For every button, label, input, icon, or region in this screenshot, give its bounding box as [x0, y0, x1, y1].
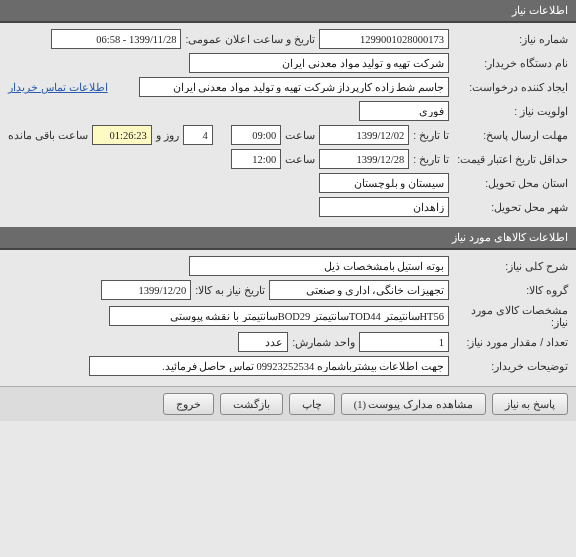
announce-field[interactable] — [51, 29, 181, 49]
province-label: استان محل تحویل: — [453, 177, 568, 189]
notes-label: توضیحات خریدار: — [453, 360, 568, 372]
priority-field[interactable] — [359, 101, 449, 121]
remain-label: ساعت باقی مانده — [8, 129, 88, 141]
deadline-label: مهلت ارسال پاسخ: — [453, 129, 568, 141]
validity-hour-field[interactable] — [231, 149, 281, 169]
province-field[interactable] — [319, 173, 449, 193]
section-header-need-info: اطلاعات نیاز — [0, 0, 576, 23]
until-label: تا تاریخ : — [413, 129, 449, 141]
validity-until-label: تا تاریخ : — [413, 153, 449, 165]
goods-info-form: شرح کلی نیاز: گروه کالا: تاریخ نیاز به ک… — [0, 250, 576, 386]
buyer-field[interactable] — [189, 53, 449, 73]
deadline-date-field[interactable] — [319, 125, 409, 145]
days-remain-field[interactable] — [183, 125, 213, 145]
button-bar: پاسخ به نیاز مشاهده مدارک پیوست (1) چاپ … — [0, 386, 576, 421]
unit-field[interactable] — [238, 332, 288, 352]
unit-label: واحد شمارش: — [292, 336, 355, 348]
announce-label: تاریخ و ساعت اعلان عمومی: — [185, 33, 315, 45]
qty-field[interactable] — [359, 332, 449, 352]
creator-label: ایجاد کننده درخواست: — [453, 81, 568, 93]
city-field[interactable] — [319, 197, 449, 217]
need-info-form: شماره نیاز: تاریخ و ساعت اعلان عمومی: نا… — [0, 23, 576, 227]
need-number-field[interactable] — [319, 29, 449, 49]
city-label: شهر محل تحویل: — [453, 201, 568, 213]
spec-field[interactable] — [109, 306, 449, 326]
buyer-label: نام دستگاه خریدار: — [453, 57, 568, 69]
hour-label-2: ساعت — [285, 153, 315, 165]
section-header-goods-info: اطلاعات کالاهای مورد نیاز — [0, 227, 576, 250]
priority-label: اولویت نیاز : — [453, 105, 568, 117]
timer-field — [92, 125, 152, 145]
respond-button[interactable]: پاسخ به نیاز — [492, 393, 568, 415]
hour-label-1: ساعت — [285, 129, 315, 141]
qty-label: تعداد / مقدار مورد نیاز: — [453, 336, 568, 348]
group-label: گروه کالا: — [453, 284, 568, 296]
view-docs-button[interactable]: مشاهده مدارک پیوست (1) — [341, 393, 486, 415]
validity-date-field[interactable] — [319, 149, 409, 169]
spec-label: مشخصات کالای مورد نیاز: — [453, 304, 568, 328]
need-date-label: تاریخ نیاز به کالا: — [195, 284, 265, 296]
desc-label: شرح کلی نیاز: — [453, 260, 568, 272]
desc-field[interactable] — [189, 256, 449, 276]
group-field[interactable] — [269, 280, 449, 300]
days-and-label: روز و — [156, 129, 179, 141]
validity-label: حداقل تاریخ اعتبار قیمت: — [453, 153, 568, 165]
need-number-label: شماره نیاز: — [453, 33, 568, 45]
need-date-field[interactable] — [101, 280, 191, 300]
buyer-contact-link[interactable]: اطلاعات تماس خریدار — [8, 81, 108, 93]
deadline-hour-field[interactable] — [231, 125, 281, 145]
back-button[interactable]: بازگشت — [220, 393, 283, 415]
exit-button[interactable]: خروج — [163, 393, 214, 415]
creator-field[interactable] — [139, 77, 449, 97]
notes-field[interactable] — [89, 356, 449, 376]
print-button[interactable]: چاپ — [289, 393, 335, 415]
